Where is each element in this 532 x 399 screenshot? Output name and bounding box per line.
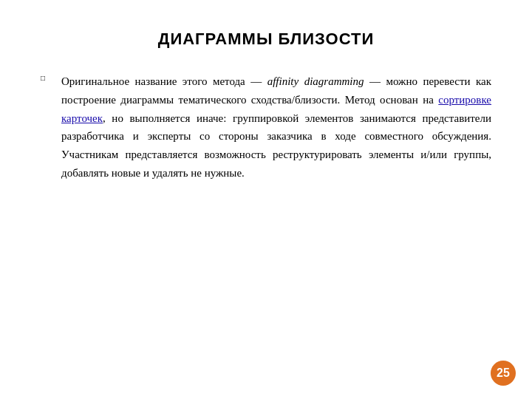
bullet-text: Оригинальное название этого метода — aff… bbox=[61, 72, 491, 183]
slide-title: ДИАГРАММЫ БЛИЗОСТИ bbox=[41, 30, 491, 49]
bullet-item: □ Оригинальное название этого метода — a… bbox=[41, 72, 491, 183]
bullet-marker: □ bbox=[41, 74, 51, 82]
page-number-badge: 25 bbox=[491, 361, 516, 386]
content-area: □ Оригинальное название этого метода — a… bbox=[41, 72, 491, 183]
text-after-link: , но выполняется иначе: группировкой эле… bbox=[61, 112, 491, 179]
slide: ДИАГРАММЫ БЛИЗОСТИ □ Оригинальное назван… bbox=[0, 0, 532, 399]
page-number-text: 25 bbox=[497, 366, 510, 380]
italic-affinity: affinity diagramming bbox=[267, 75, 364, 87]
text-before-italic: Оригинальное название этого метода — bbox=[61, 75, 267, 87]
